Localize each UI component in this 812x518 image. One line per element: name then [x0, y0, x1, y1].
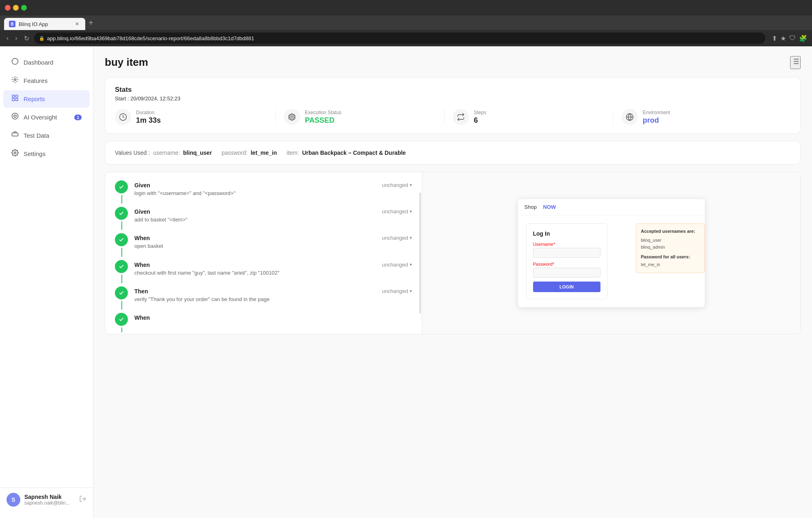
step-check-2: [115, 207, 128, 220]
sidebar-item-features[interactable]: Features: [3, 72, 90, 89]
clock-icon: [115, 109, 131, 125]
step-badge-2[interactable]: unchanged ▾: [382, 207, 412, 215]
environment-value[interactable]: prod: [643, 116, 670, 125]
address-bar[interactable]: 🔒 app.blinq.io/66ed9ba4369bab78d168cde5/…: [34, 33, 765, 44]
step-badge-4[interactable]: unchanged ▾: [382, 260, 412, 268]
tab-close-button[interactable]: ✕: [74, 21, 80, 27]
minimize-button[interactable]: [13, 5, 19, 11]
step-content-2: Given add to basket "<item>": [134, 207, 376, 223]
fullscreen-button[interactable]: [21, 5, 27, 11]
sidebar-footer: S Sapnesh Naik sapnesh.naik@blin...: [0, 488, 93, 511]
stats-card: Stats Start : 20/09/2024, 12:52:23 Durat…: [105, 77, 801, 134]
stat-duration-info: Duration 1m 33s: [136, 110, 161, 125]
step-item-3: When open basket unchanged ▾: [115, 233, 412, 250]
globe-icon: [622, 109, 638, 125]
reports-icon: [11, 94, 19, 104]
sidebar-label-dashboard: Dashboard: [24, 59, 82, 66]
address-bar-container: ‹ › ↻ 🔒 app.blinq.io/66ed9ba4369bab78d16…: [0, 30, 812, 46]
username-field-label: Username*: [533, 242, 600, 247]
execution-icon: [284, 109, 300, 125]
chevron-down-icon-5: ▾: [410, 288, 412, 294]
username-input[interactable]: [533, 248, 600, 258]
page-title: buy item: [105, 56, 148, 69]
svg-point-1: [14, 79, 16, 81]
sidebar-item-test-data[interactable]: Test Data: [3, 127, 90, 144]
step-content-1: Given login with "<username>" and "<pass…: [134, 180, 376, 197]
password-val: let_me_in: [251, 150, 277, 156]
value-username: username: blinq_user: [153, 150, 212, 156]
logout-button[interactable]: [79, 495, 86, 505]
execution-label: Execution Status: [305, 110, 341, 115]
steps-list: Given login with "<username>" and "<pass…: [105, 172, 422, 334]
share-icon[interactable]: ⬆: [772, 35, 777, 42]
step-type-5: Then: [134, 288, 376, 295]
sidebar-item-ai-oversight[interactable]: AI Oversight 1: [3, 108, 90, 126]
list-view-button[interactable]: [790, 56, 801, 69]
steps-icon: [453, 109, 469, 125]
stat-steps: Steps 6: [453, 109, 613, 125]
chevron-down-icon-1: ▾: [410, 182, 412, 188]
stat-environment-info: Environment prod: [643, 110, 670, 125]
extension-icon[interactable]: 🧩: [799, 35, 807, 42]
step-badge-5[interactable]: unchanged ▾: [382, 286, 412, 294]
lock-icon: 🔒: [39, 36, 45, 41]
tab-title: Blinq IO App: [19, 21, 48, 27]
scrollbar[interactable]: [419, 193, 421, 314]
new-tab-button[interactable]: +: [89, 18, 93, 28]
svg-rect-4: [16, 99, 18, 101]
step-type-4: When: [134, 262, 376, 268]
environment-label: Environment: [643, 110, 670, 115]
sidebar-label-test-data: Test Data: [24, 132, 82, 139]
app-wrapper: Dashboard Features Reports AI Oversight: [0, 46, 812, 518]
ai-oversight-icon: [11, 113, 19, 122]
bookmark-icon[interactable]: ★: [780, 35, 786, 42]
tooltip-title: Accepted usernames are:: [641, 228, 700, 235]
stat-execution-info: Execution Status PASSED: [305, 110, 341, 125]
screenshot-content: Log In Username* Password*: [518, 215, 705, 307]
active-tab[interactable]: B Blinq IO App ✕: [4, 18, 85, 30]
password-field-label: Password*: [533, 262, 600, 267]
item-val: Urban Backpack – Compact & Durable: [302, 150, 406, 156]
values-label: Values Used :: [115, 150, 150, 156]
sidebar-item-reports[interactable]: Reports: [3, 90, 90, 108]
close-button[interactable]: [5, 5, 11, 11]
step-desc-5: verify "Thank you for your order" can be…: [134, 296, 376, 303]
titlebar: [0, 0, 812, 15]
steps-label: Steps: [474, 110, 486, 115]
tab-favicon: B: [9, 21, 15, 27]
steps-value: 6: [474, 116, 486, 125]
svg-point-8: [14, 152, 16, 154]
shield-icon: 🛡: [789, 35, 796, 42]
sidebar-nav: Dashboard Features Reports AI Oversight: [0, 53, 93, 488]
dashboard-icon: [11, 58, 19, 67]
values-grid: Values Used : username: blinq_user passw…: [115, 150, 790, 156]
step-badge-1[interactable]: unchanged ▾: [382, 180, 412, 188]
stat-duration: Duration 1m 33s: [115, 109, 276, 125]
reload-button[interactable]: ↻: [22, 33, 31, 44]
forward-button[interactable]: ›: [13, 33, 19, 43]
test-data-icon: [11, 131, 19, 140]
back-button[interactable]: ‹: [5, 33, 10, 43]
sidebar-item-dashboard[interactable]: Dashboard: [3, 54, 90, 71]
browser-actions: ⬆ ★ 🛡 🧩: [772, 35, 807, 42]
password-key: password:: [222, 150, 248, 156]
sidebar-label-features: Features: [24, 77, 82, 84]
step-desc-1: login with "<username>" and "<password>": [134, 190, 376, 197]
password-input[interactable]: [533, 268, 600, 277]
user-name: Sapnesh Naik: [24, 494, 75, 500]
sidebar-label-reports: Reports: [24, 95, 82, 102]
step-badge-3[interactable]: unchanged ▾: [382, 233, 412, 241]
step-desc-4: checkout with first name "guy", last nam…: [134, 269, 376, 277]
screenshot-mockup: Shop NOW Log In Username*: [518, 199, 705, 307]
tooltip-pwd: let_me_in: [641, 261, 700, 269]
shop-now-text: NOW: [543, 204, 556, 210]
duration-label: Duration: [136, 110, 161, 115]
screenshot-relative: Log In Username* Password*: [526, 223, 697, 299]
stats-grid: Duration 1m 33s Execution Status PASSED: [115, 109, 790, 125]
stats-start-value: 20/09/2024, 12:52:23: [130, 95, 180, 102]
step-check-1: [115, 180, 128, 193]
tooltip-user-1: blinq_user: [641, 237, 700, 244]
sidebar-item-settings[interactable]: Settings: [3, 145, 90, 163]
svg-point-6: [14, 115, 16, 117]
login-button[interactable]: LOGIN: [533, 282, 600, 292]
